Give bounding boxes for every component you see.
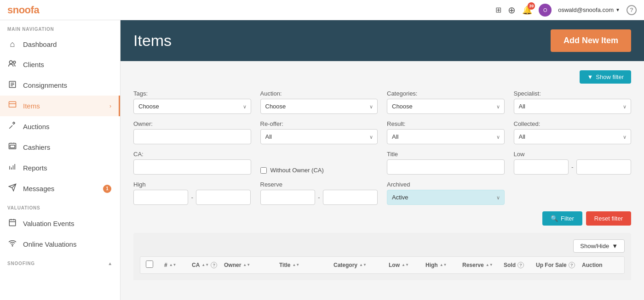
auction-field: Auction: Choose ∨ — [260, 90, 378, 114]
high-min-input[interactable] — [133, 190, 188, 205]
reoffer-label: Re-offer: — [260, 120, 378, 127]
categories-select[interactable]: Choose — [387, 99, 505, 114]
col-low[interactable]: Low ▲▼ — [389, 262, 426, 268]
tags-select[interactable]: Choose — [133, 99, 251, 114]
owner-input[interactable] — [133, 129, 251, 144]
table-controls: Show/Hide ▼ — [140, 239, 625, 253]
topbar-right: ⊞ ⊕ 🔔 39 O oswald@snoofa.com ▼ ? — [495, 4, 637, 17]
auctions-icon — [7, 121, 17, 132]
valuation-events-icon — [7, 218, 17, 229]
sold-help-icon[interactable]: ? — [518, 262, 524, 268]
snoofing-collapse-icon[interactable]: ▲ — [108, 261, 113, 266]
notification-badge: 39 — [528, 2, 535, 10]
ca-sort-icon: ▲▼ — [201, 263, 209, 267]
result-select[interactable]: All — [387, 129, 505, 144]
select-all-checkbox[interactable] — [146, 260, 153, 268]
specialist-select-wrap: All ∨ — [514, 99, 632, 114]
filter-icon: ▼ — [587, 74, 593, 80]
col-sold[interactable]: Sold ? — [504, 262, 536, 268]
sidebar-item-label: Reports — [23, 164, 47, 172]
reset-filter-button[interactable]: Reset filter — [586, 211, 631, 226]
add-new-item-button[interactable]: Add New Item — [551, 29, 631, 52]
svg-point-1 — [13, 61, 16, 63]
filter-row-4: High - Reserve - Archive — [133, 181, 631, 205]
user-email: oswald@snoofa.com — [558, 6, 614, 13]
reserve-field: Reserve - — [260, 181, 378, 205]
reserve-max-input[interactable] — [323, 190, 378, 205]
low-max-input[interactable] — [576, 159, 631, 175]
reserve-range: - — [260, 190, 378, 205]
avatar[interactable]: O — [539, 4, 552, 17]
high-sort-icon: ▲▼ — [440, 263, 447, 267]
sidebar-item-items[interactable]: Items › — [0, 96, 120, 116]
result-label: Result: — [387, 120, 505, 127]
sidebar-item-dashboard[interactable]: ⌂ Dashboard — [0, 34, 120, 54]
sidebar-item-consignments[interactable]: Consignments — [0, 75, 120, 96]
archived-field: Archived Active ∨ — [387, 181, 505, 205]
high-range: - — [133, 190, 251, 205]
logo[interactable]: snoofa — [7, 4, 39, 16]
svg-point-21 — [12, 245, 13, 246]
col-high[interactable]: High ▲▼ — [426, 262, 462, 268]
result-select-wrap: All ∨ — [387, 129, 505, 144]
add-icon[interactable]: ⊕ — [508, 5, 516, 16]
archived-select-wrap: Active ∨ — [387, 190, 505, 205]
num-sort-icon: ▲▼ — [169, 263, 177, 267]
archived-label: Archived — [387, 181, 505, 188]
col-ca[interactable]: CA ▲▼ ? — [192, 262, 224, 268]
sidebar-item-auctions[interactable]: Auctions — [0, 116, 120, 137]
sidebar-item-clients[interactable]: Clients — [0, 54, 120, 75]
ca-field: CA: — [133, 151, 251, 175]
col-num[interactable]: # ▲▼ — [164, 262, 192, 268]
low-field: Low - — [514, 151, 632, 175]
upforsale-help-icon[interactable]: ? — [569, 262, 575, 268]
notifications-icon[interactable]: 🔔 39 — [522, 5, 532, 15]
sidebar-item-messages[interactable]: Messages 1 — [0, 178, 120, 199]
sidebar-item-cashiers[interactable]: Cashiers — [0, 137, 120, 158]
reserve-min-input[interactable] — [260, 190, 315, 205]
col-auction[interactable]: Auction — [582, 262, 619, 268]
low-label: Low — [514, 151, 632, 158]
messages-icon — [7, 183, 17, 194]
filter-button[interactable]: 🔍 Filter — [542, 211, 582, 226]
show-hide-button[interactable]: Show/Hide ▼ — [573, 239, 625, 253]
snoofing-label: SNOOFING ▲ — [0, 255, 120, 269]
col-title[interactable]: Title ▲▼ — [279, 262, 334, 268]
without-owner-label[interactable]: Without Owner (CA) — [270, 167, 324, 174]
show-filter-button[interactable]: ▼ Show filter — [580, 70, 631, 84]
show-hide-chevron-icon: ▼ — [612, 243, 618, 249]
auction-select[interactable]: Choose — [260, 99, 378, 114]
tags-label: Tags: — [133, 90, 251, 97]
user-menu[interactable]: oswald@snoofa.com ▼ — [558, 6, 620, 13]
title-input[interactable] — [387, 159, 505, 175]
help-icon[interactable]: ? — [627, 5, 637, 15]
ca-help-icon[interactable]: ? — [211, 262, 217, 268]
dashboard-icon: ⌂ — [7, 40, 17, 49]
categories-field: Categories: Choose ∨ — [387, 90, 505, 114]
archived-select[interactable]: Active — [387, 190, 505, 205]
page-title: Items — [133, 32, 172, 50]
col-category[interactable]: Category ▲▼ — [334, 262, 389, 268]
messages-badge: 1 — [103, 185, 111, 193]
reoffer-select[interactable]: All — [260, 129, 378, 144]
grid-icon[interactable]: ⊞ — [495, 6, 501, 14]
sidebar-item-reports[interactable]: Reports — [0, 158, 120, 178]
specialist-select[interactable]: All — [514, 99, 632, 114]
filter-row-2: Owner: Re-offer: All ∨ Result: — [133, 120, 631, 144]
col-reserve[interactable]: Reserve ▲▼ — [462, 262, 504, 268]
ca-input[interactable] — [133, 159, 251, 175]
items-chevron-icon: › — [109, 103, 111, 109]
col-upforsale[interactable]: Up For Sale ? — [536, 262, 582, 268]
filter-search-icon: 🔍 — [551, 215, 558, 222]
high-max-input[interactable] — [196, 190, 251, 205]
ca-label: CA: — [133, 151, 251, 158]
low-min-input[interactable] — [514, 159, 569, 175]
collected-select[interactable]: All — [514, 129, 632, 144]
col-owner[interactable]: Owner ▲▼ — [224, 262, 279, 268]
sidebar-item-label: Valuation Events — [23, 220, 74, 227]
sidebar-item-valuation-events[interactable]: Valuation Events — [0, 213, 120, 234]
low-range: - — [514, 159, 632, 175]
sidebar-item-online-valuations[interactable]: Online Valuations — [0, 234, 120, 255]
without-owner-checkbox[interactable] — [260, 167, 267, 174]
sidebar-item-label: Messages — [23, 185, 54, 192]
